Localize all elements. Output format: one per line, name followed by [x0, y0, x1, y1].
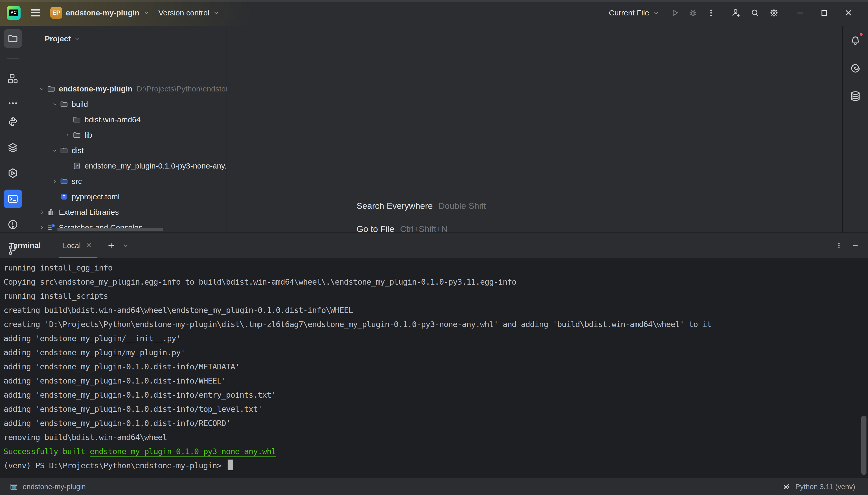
- terminal-line: adding 'endstone_my_plugin-0.1.0.dist-in…: [4, 416, 868, 430]
- tree-item-lib[interactable]: lib: [26, 127, 226, 143]
- svg-text:?: ?: [76, 164, 78, 168]
- tool-database-icon[interactable]: [846, 87, 865, 105]
- shortcut-keys: Double Shift: [439, 201, 486, 211]
- stripe-divider: [7, 58, 19, 58]
- project-panel-title: Project: [45, 34, 71, 43]
- terminal-line: adding 'endstone_my_plugin/__init__.py': [4, 331, 868, 345]
- minimize-button[interactable]: [793, 7, 808, 19]
- close-button[interactable]: [841, 7, 856, 19]
- horizontal-scrollbar-thumb[interactable]: [57, 228, 164, 231]
- chevron-down-icon: [653, 10, 659, 16]
- folder-icon: [72, 131, 81, 139]
- tree-item-label: lib: [85, 131, 92, 139]
- chevron-right-icon[interactable]: [63, 132, 72, 138]
- tree-item-src[interactable]: src: [26, 174, 226, 189]
- project-tree: endstone-my-pluginD:\Projects\Python\end…: [26, 81, 226, 233]
- inspections-disabled-icon: [782, 482, 791, 491]
- tree-item-external-libraries[interactable]: External Libraries: [26, 204, 226, 220]
- shortcut-hint-row: Search EverywhereDouble Shift: [357, 201, 486, 224]
- chevron-down-icon[interactable]: [50, 148, 59, 154]
- main-menu-button[interactable]: [29, 8, 41, 18]
- terminal-line: Copying src\endstone_my_plugin.egg-info …: [4, 275, 868, 289]
- run-icon[interactable]: [670, 8, 679, 18]
- tool-run-services-icon[interactable]: [4, 164, 22, 182]
- shortcut-hint-row: Go to FileCtrl+Shift+N: [357, 224, 486, 233]
- project-badge: EP: [50, 7, 62, 19]
- terminal-tab-local[interactable]: Local ✕: [57, 233, 99, 258]
- terminal-prompt: (venv) PS D:\Projects\Python\endstone-my…: [4, 459, 868, 473]
- tool-project-folder-icon[interactable]: [4, 29, 22, 48]
- terminal-line: adding 'endstone_my_plugin-0.1.0.dist-in…: [4, 402, 868, 416]
- tool-structure-icon[interactable]: [4, 69, 22, 88]
- chevron-right-icon[interactable]: [37, 224, 47, 231]
- left-tool-stripe: [0, 26, 26, 233]
- tool-ai-assistant-icon[interactable]: [846, 59, 865, 78]
- more-actions-kebab-icon[interactable]: [707, 8, 715, 17]
- terminal-tab-label: Local: [63, 241, 81, 250]
- empty-editor-shortcuts: Search EverywhereDouble ShiftGo to FileC…: [357, 201, 486, 233]
- tree-item-label: src: [72, 177, 82, 186]
- status-bar-project[interactable]: endstone-my-plugin: [10, 483, 86, 491]
- tree-item-pyproject-toml[interactable]: Tpyproject.toml: [26, 189, 226, 204]
- chevron-right-icon[interactable]: [37, 209, 47, 215]
- editor-area: Search EverywhereDouble ShiftGo to FileC…: [227, 26, 842, 233]
- wheel-file-link[interactable]: endstone_my_plugin-0.1.0-py3-none-any.wh…: [90, 447, 276, 456]
- tree-item-dist[interactable]: dist: [26, 143, 226, 158]
- status-bar: endstone-my-plugin Python 3.11 (venv): [0, 478, 868, 495]
- terminal-line: adding 'endstone_my_plugin/my_plugin.py': [4, 345, 868, 360]
- chevron-right-icon[interactable]: [50, 178, 59, 185]
- terminal-line: running install_scripts: [4, 289, 868, 303]
- tool-terminal-icon[interactable]: [4, 190, 22, 208]
- project-widget[interactable]: EP endstone-my-plugin: [50, 7, 150, 19]
- folder-icon: [59, 100, 68, 109]
- close-tab-icon[interactable]: ✕: [85, 241, 93, 250]
- hide-tool-window-icon[interactable]: [852, 242, 859, 250]
- background-window-sliver: [0, 0, 868, 2]
- chevron-down-icon[interactable]: [50, 101, 59, 107]
- shortcut-action-label: Search Everywhere: [357, 201, 433, 211]
- terminal-line: creating build\bdist.win-amd64\wheel\end…: [4, 303, 868, 317]
- new-terminal-session-icon[interactable]: [107, 241, 116, 250]
- terminal-line: creating 'D:\Projects\Python\endstone-my…: [4, 317, 868, 331]
- tool-git-branch-icon[interactable]: [4, 241, 22, 259]
- tree-item-endstone-my-plugin-0-1-0-py3-none-any-wh[interactable]: ?endstone_my_plugin-0.1.0-py3-none-any.w…: [26, 158, 226, 174]
- terminal-sessions-chevron-icon[interactable]: [122, 242, 130, 249]
- settings-gear-icon[interactable]: [769, 8, 779, 18]
- tree-item-label: dist: [72, 146, 84, 155]
- terminal-line: adding 'endstone_my_plugin-0.1.0.dist-in…: [4, 388, 868, 402]
- tree-item-endstone-my-plugin[interactable]: endstone-my-pluginD:\Projects\Python\end…: [26, 81, 226, 97]
- terminal-output[interactable]: running install_egg_infoCopying src\ends…: [0, 258, 868, 478]
- terminal-options-kebab-icon[interactable]: [835, 242, 843, 250]
- version-control-label: Version control: [158, 8, 209, 17]
- vertical-scrollbar-thumb[interactable]: [861, 416, 866, 475]
- terminal-line: removing build\bdist.win-amd64\wheel: [4, 430, 868, 444]
- run-configuration-selector[interactable]: Current File: [609, 8, 659, 17]
- interpreter-widget[interactable]: Python 3.11 (venv): [782, 482, 855, 491]
- debug-icon[interactable]: [688, 8, 698, 18]
- left-stripe-top: [4, 29, 22, 113]
- chevron-down-icon[interactable]: [37, 86, 47, 92]
- title-bar: PC EP endstone-my-plugin Version control…: [0, 0, 868, 26]
- tree-item-bdist-win-amd64[interactable]: bdist.win-amd64: [26, 112, 226, 127]
- run-config-label: Current File: [609, 8, 649, 17]
- tool-services-layers-icon[interactable]: [4, 138, 22, 157]
- project-tool-window: Project endstone-my-pluginD:\Projects\Py…: [26, 26, 226, 233]
- project-view-selector[interactable]: Project: [26, 26, 226, 46]
- maximize-button[interactable]: [817, 7, 832, 19]
- tool-problems-icon[interactable]: [4, 215, 22, 234]
- notification-badge: [859, 32, 863, 36]
- code-with-me-add-user-icon[interactable]: [731, 8, 741, 18]
- folder-icon: [72, 115, 81, 124]
- svg-text:T: T: [63, 194, 65, 199]
- python-interpreter-label: Python 3.11 (venv): [795, 483, 855, 491]
- search-everywhere-icon[interactable]: [750, 8, 760, 18]
- tool-python-packages-icon[interactable]: [4, 113, 22, 131]
- tool-more-icon[interactable]: [4, 94, 22, 113]
- version-control-widget[interactable]: Version control: [158, 8, 220, 17]
- toml-icon: T: [59, 192, 68, 201]
- folder-src-icon: [59, 177, 68, 186]
- tool-notifications-icon[interactable]: [846, 31, 865, 50]
- terminal-line: adding 'endstone_my_plugin-0.1.0.dist-in…: [4, 374, 868, 388]
- tree-item-build[interactable]: build: [26, 97, 226, 112]
- scratches-icon: [47, 223, 55, 232]
